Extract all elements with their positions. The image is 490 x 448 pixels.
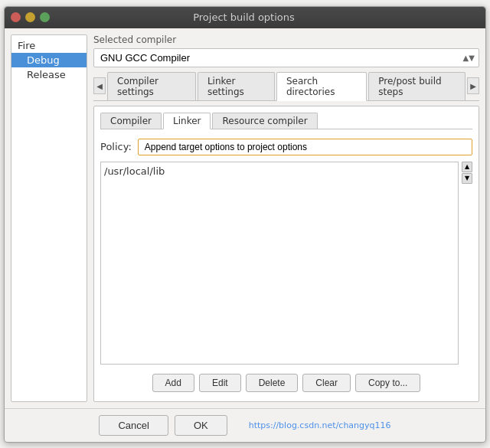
footer-link[interactable]: https://blog.csdn.net/changyq116 (249, 420, 391, 430)
tree-item-release[interactable]: Release (11, 67, 87, 82)
build-tree: Fire Debug Release (11, 34, 87, 402)
edit-button[interactable]: Edit (199, 374, 241, 392)
sub-tab-compiler[interactable]: Compiler (100, 113, 162, 129)
compiler-select[interactable]: GNU GCC Compiler (93, 48, 479, 67)
directory-list-area: /usr/local/lib ▲ ▼ (100, 162, 472, 365)
tree-item-debug[interactable]: Debug (11, 53, 87, 67)
right-panel: Selected compiler GNU GCC Compiler ▲▼ ◀ … (93, 34, 479, 402)
directory-list[interactable]: /usr/local/lib (100, 162, 459, 365)
policy-select[interactable]: Append target options to project options… (138, 139, 472, 155)
policy-label: Policy: (100, 141, 132, 152)
tab-linker-settings[interactable]: Linker settings (198, 72, 275, 100)
bottom-bar: Cancel OK https://blog.csdn.net/changyq1… (5, 408, 485, 442)
compiler-label: Selected compiler (93, 34, 479, 45)
window: Project build options Fire Debug Release… (4, 6, 486, 443)
policy-row: Policy: Append target options to project… (100, 139, 472, 155)
copy-to-button[interactable]: Copy to... (355, 374, 420, 392)
scroll-down-btn[interactable]: ▼ (462, 173, 472, 184)
delete-button[interactable]: Delete (246, 374, 299, 392)
scrollbar: ▲ ▼ (462, 162, 472, 365)
add-button[interactable]: Add (152, 374, 194, 392)
tab-prepost-build[interactable]: Pre/post build steps (368, 72, 466, 100)
scroll-up-btn[interactable]: ▲ (462, 162, 472, 172)
ok-button[interactable]: OK (175, 415, 227, 436)
main-tabs-list: Compiler settings Linker settings Search… (106, 72, 467, 100)
window-title: Project build options (8, 11, 479, 23)
inner-content: Compiler Linker Resource compiler Policy… (93, 106, 479, 402)
titlebar: Project build options (5, 7, 485, 28)
action-buttons: Add Edit Delete Clear Copy to... (100, 371, 472, 395)
compiler-section: Selected compiler GNU GCC Compiler ▲▼ (93, 34, 479, 67)
main-content: Fire Debug Release Selected compiler GNU… (5, 28, 485, 408)
policy-select-wrap: Append target options to project options… (138, 139, 472, 155)
sub-tabs: Compiler Linker Resource compiler (100, 113, 472, 129)
tab-compiler-settings[interactable]: Compiler settings (107, 72, 196, 100)
compiler-select-wrap: GNU GCC Compiler ▲▼ (93, 48, 479, 67)
dir-entry[interactable]: /usr/local/lib (104, 165, 455, 177)
clear-button[interactable]: Clear (302, 374, 351, 392)
tree-item-fire[interactable]: Fire (11, 38, 87, 53)
sub-tab-resource-compiler[interactable]: Resource compiler (212, 113, 317, 129)
tab-search-directories[interactable]: Search directories (276, 72, 367, 101)
cancel-button[interactable]: Cancel (99, 415, 168, 436)
tab-scroll-left[interactable]: ◀ (93, 77, 106, 94)
sub-tab-linker[interactable]: Linker (163, 113, 211, 129)
tab-scroll-right[interactable]: ▶ (467, 77, 479, 94)
main-tabs-bar: ◀ Compiler settings Linker settings Sear… (93, 72, 479, 101)
